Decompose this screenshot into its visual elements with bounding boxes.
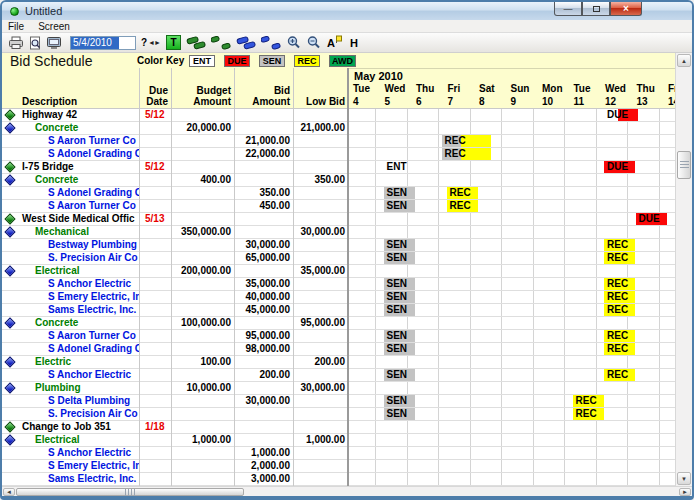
column-header[interactable]: Bid Amount: [234, 85, 293, 107]
table-row[interactable]: Mechanical350,000.0030,000.00: [2, 226, 347, 239]
date-help-button[interactable]: ?: [141, 37, 147, 48]
status-marker-sen[interactable]: SEN: [384, 252, 415, 264]
calendar-row[interactable]: [349, 317, 675, 330]
table-row[interactable]: Concrete100,000.0095,000.00: [2, 317, 347, 330]
calendar-row[interactable]: SENREC: [349, 278, 675, 291]
table-row[interactable]: S Anchor Electric35,000.00: [2, 278, 347, 291]
column-header[interactable]: Description: [2, 96, 139, 107]
scroll-right-button[interactable]: ►: [679, 488, 691, 496]
table-row[interactable]: S Anchor Electric1,000.00: [2, 447, 347, 460]
zoom-out-button[interactable]: [306, 35, 322, 51]
calendar-row[interactable]: SENREC: [349, 239, 675, 252]
division-diamond-icon[interactable]: [4, 265, 15, 276]
status-marker-due[interactable]: DUE: [604, 109, 638, 121]
table-row[interactable]: I-75 Bridge5/12: [2, 161, 347, 174]
status-marker-rec[interactable]: REC: [573, 395, 604, 407]
division-diamond-icon[interactable]: [4, 434, 15, 445]
status-marker-rec[interactable]: REC: [442, 148, 491, 160]
print-preview-button[interactable]: [28, 35, 42, 51]
division-diamond-icon[interactable]: [4, 356, 15, 367]
calendar-row[interactable]: [349, 434, 675, 447]
link-blue-button[interactable]: [236, 35, 257, 51]
status-marker-rec[interactable]: REC: [604, 330, 635, 342]
table-row[interactable]: S Aaron Turner Co450.00: [2, 200, 347, 213]
status-marker-rec[interactable]: REC: [447, 187, 478, 199]
scroll-down-button[interactable]: ▼: [677, 472, 691, 485]
job-diamond-icon[interactable]: [4, 213, 15, 224]
vertical-scrollbar[interactable]: ▲ ▼: [675, 53, 692, 486]
calendar-row[interactable]: [349, 356, 675, 369]
status-marker-sen[interactable]: SEN: [384, 395, 415, 407]
close-button[interactable]: ×: [610, 2, 642, 16]
calendar-row[interactable]: SENREC: [349, 343, 675, 356]
date-field[interactable]: 5/4/2010: [70, 36, 136, 50]
scroll-left-button[interactable]: ◄: [3, 488, 15, 496]
table-row[interactable]: West Side Medical Offic5/13: [2, 213, 347, 226]
division-diamond-icon[interactable]: [4, 122, 15, 133]
horizontal-scrollbar[interactable]: ◄ ►: [2, 486, 692, 497]
status-marker-ent[interactable]: ENT: [384, 161, 415, 173]
vertical-scroll-thumb[interactable]: [677, 151, 691, 179]
table-row[interactable]: S Delta Plumbing30,000.00: [2, 395, 347, 408]
table-row[interactable]: Electrical1,000.001,000.00: [2, 434, 347, 447]
job-diamond-icon[interactable]: [4, 421, 15, 432]
table-row[interactable]: S Anchor Electric200.00: [2, 369, 347, 382]
timescale-button[interactable]: T: [166, 35, 181, 50]
calendar-row[interactable]: SENREC: [349, 291, 675, 304]
status-marker-rec[interactable]: REC: [604, 304, 635, 316]
table-row[interactable]: S Adonel Grading C350.00: [2, 187, 347, 200]
status-marker-sen[interactable]: SEN: [384, 239, 415, 251]
status-marker-rec[interactable]: REC: [604, 252, 635, 264]
status-marker-sen[interactable]: SEN: [384, 187, 415, 199]
column-header[interactable]: Due Date: [139, 85, 171, 107]
calendar-row[interactable]: REC: [349, 135, 675, 148]
screen-view-button[interactable]: [46, 35, 62, 51]
status-marker-rec[interactable]: REC: [442, 135, 491, 147]
calendar-row[interactable]: SENREC: [349, 304, 675, 317]
note-flag-button[interactable]: A: [326, 35, 342, 51]
table-row[interactable]: Change to Job 3511/18: [2, 421, 347, 434]
calendar-row[interactable]: [349, 473, 675, 486]
calendar-row[interactable]: [349, 421, 675, 434]
status-marker-sen[interactable]: SEN: [384, 408, 415, 420]
menu-screen[interactable]: Screen: [38, 21, 70, 32]
calendar-row[interactable]: [349, 460, 675, 473]
link-blue-broken-button[interactable]: [261, 35, 282, 51]
table-row[interactable]: Plumbing10,000.0030,000.00: [2, 382, 347, 395]
calendar-row[interactable]: SENREC: [349, 408, 675, 421]
division-diamond-icon[interactable]: [4, 382, 15, 393]
table-row[interactable]: S. Precision Air Co65,000.00: [2, 252, 347, 265]
calendar-row[interactable]: [349, 226, 675, 239]
table-row[interactable]: Sams Electric, Inc.45,000.00: [2, 304, 347, 317]
status-marker-sen[interactable]: SEN: [384, 369, 415, 381]
status-marker-rec[interactable]: REC: [604, 239, 635, 251]
status-marker-sen[interactable]: SEN: [384, 278, 415, 290]
maximize-button[interactable]: [582, 2, 610, 16]
calendar-row[interactable]: SENREC: [349, 187, 675, 200]
division-diamond-icon[interactable]: [4, 174, 15, 185]
status-marker-rec[interactable]: REC: [604, 278, 635, 290]
table-row[interactable]: Concrete20,000.0021,000.00: [2, 122, 347, 135]
calendar-row[interactable]: SENREC: [349, 200, 675, 213]
column-header[interactable]: Low Bid: [293, 96, 347, 107]
division-diamond-icon[interactable]: [4, 226, 15, 237]
calendar-row[interactable]: [349, 122, 675, 135]
calendar-row[interactable]: SENREC: [349, 395, 675, 408]
status-marker-sen[interactable]: SEN: [384, 200, 415, 212]
scroll-up-button[interactable]: ▲: [677, 54, 691, 67]
calendar-row[interactable]: ENTDUE: [349, 161, 675, 174]
table-row[interactable]: S Aaron Turner Co95,000.00: [2, 330, 347, 343]
date-spinner[interactable]: ◄►: [148, 39, 160, 46]
table-row[interactable]: S Aaron Turner Co21,000.00: [2, 135, 347, 148]
calendar-row[interactable]: DUE: [349, 109, 675, 122]
calendar-row[interactable]: [349, 447, 675, 460]
calendar-row[interactable]: SENREC: [349, 330, 675, 343]
status-marker-rec[interactable]: REC: [447, 200, 478, 212]
status-marker-sen[interactable]: SEN: [384, 291, 415, 303]
table-row[interactable]: S Emery Electric, In2,000.00: [2, 460, 347, 473]
table-row[interactable]: Electrical200,000.0035,000.00: [2, 265, 347, 278]
job-diamond-icon[interactable]: [4, 161, 15, 172]
status-marker-due[interactable]: DUE: [604, 161, 635, 173]
status-marker-rec[interactable]: REC: [573, 408, 604, 420]
table-row[interactable]: S Adonel Grading C98,000.00: [2, 343, 347, 356]
